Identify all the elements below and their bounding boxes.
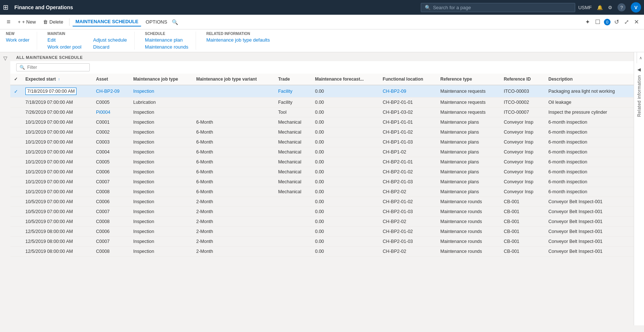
cell-reference-type: Maintenance rounds <box>437 247 500 257</box>
col-reference-type[interactable]: Reference type <box>437 74 500 85</box>
close-icon[interactable]: ✕ <box>633 17 640 27</box>
row-checkbox[interactable]: ✓ <box>10 85 22 98</box>
col-trade[interactable]: Trade <box>274 74 311 85</box>
cell-reference-type: Maintenance rounds <box>437 237 500 247</box>
search-bar[interactable]: 🔍 <box>421 3 575 12</box>
col-description[interactable]: Description <box>545 74 634 85</box>
hamburger-menu[interactable]: ≡ <box>4 17 14 27</box>
grid-icon[interactable]: ⊞ <box>3 3 8 11</box>
col-asset[interactable]: Asset <box>92 74 129 85</box>
collapse-arrow[interactable]: ∧ <box>637 52 644 63</box>
right-panel[interactable]: ◀ Related information <box>634 52 644 325</box>
col-reference-id[interactable]: Reference ID <box>500 74 545 85</box>
cell-functional-location: CH-BP2-01-01 <box>379 98 437 107</box>
table-row[interactable]: 10/1/2019 07:00:00 AMC0008Inspection6-Mo… <box>10 187 634 197</box>
row-checkbox[interactable] <box>10 127 22 137</box>
cell-description: Inspect the pressure cylinder <box>545 107 634 117</box>
col-expected-start-label: Expected start <box>25 77 56 82</box>
table-row[interactable]: 10/5/2019 07:00:00 AMC0006Inspection2-Mo… <box>10 197 634 207</box>
cell-maintenance-job-type[interactable]: Inspection <box>129 85 192 98</box>
col-functional-location[interactable]: Functional location <box>379 74 437 85</box>
ribbon-item-maintenance-rounds[interactable]: Maintenance rounds <box>145 44 188 50</box>
filter-input-wrapper[interactable]: 🔍 <box>16 63 90 71</box>
table-row[interactable]: 10/1/2019 07:00:00 AMC0002Inspection6-Mo… <box>10 127 634 137</box>
refresh-icon[interactable]: ↺ <box>613 17 620 27</box>
cell-reference-type: Maintenance plans <box>437 177 500 187</box>
table-row[interactable]: ✓7/18/2019 07:00:00 AMCH-BP2-09Inspectio… <box>10 85 634 98</box>
row-checkbox[interactable] <box>10 237 22 247</box>
ribbon-item-maintenance-plan[interactable]: Maintenance plan <box>145 37 188 43</box>
data-table-wrapper[interactable]: ✓ Expected start ↑ Asset Maintenance job… <box>10 74 634 325</box>
row-checkbox[interactable] <box>10 147 22 157</box>
cell-expected-start: 7/18/2019 07:00:00 AM <box>22 85 92 98</box>
col-maintenance-job-type-variant[interactable]: Maintenance job type variant <box>192 74 274 85</box>
row-checkbox[interactable] <box>10 157 22 167</box>
cell-asset[interactable]: CH-BP2-09 <box>92 85 129 98</box>
filter-input[interactable] <box>27 65 86 70</box>
badge-icon[interactable]: 0 <box>604 19 611 25</box>
cell-trade[interactable]: Facility <box>274 85 311 98</box>
delete-button[interactable]: 🗑 Delete <box>40 18 66 26</box>
table-row[interactable]: 10/1/2019 07:00:00 AMC0007Inspection6-Mo… <box>10 177 634 187</box>
settings-icon[interactable]: ⚙ <box>608 5 612 10</box>
table-row[interactable]: 10/5/2019 07:00:00 AMC0007Inspection2-Mo… <box>10 207 634 217</box>
col-maintenance-job-type[interactable]: Maintenance job type <box>129 74 192 85</box>
check-all-icon: ✓ <box>14 77 18 82</box>
filter-toggle[interactable]: ▽ <box>0 55 10 61</box>
avatar[interactable]: V <box>631 2 641 13</box>
row-checkbox[interactable] <box>10 197 22 207</box>
cell-reference-type: Maintenance plans <box>437 167 500 177</box>
search-input[interactable] <box>433 5 571 10</box>
cell-job-type-variant: 2-Month <box>192 237 274 247</box>
table-row[interactable]: 10/1/2019 07:00:00 AMC0006Inspection6-Mo… <box>10 167 634 177</box>
cell-functional-location[interactable]: CH-BP2-09 <box>379 85 437 98</box>
table-row[interactable]: 7/18/2019 07:00:00 AMC0005LubricationFac… <box>10 98 634 107</box>
cell-reference-id: CB-001 <box>500 247 545 257</box>
cell-reference-type: Maintenance requests <box>437 98 500 107</box>
star-icon[interactable]: ✦ <box>584 17 591 27</box>
ribbon-item-work-order[interactable]: Work order <box>6 37 29 43</box>
table-row[interactable]: 12/5/2019 08:00:00 AMC0007Inspection2-Mo… <box>10 237 634 247</box>
tab-search-icon[interactable]: 🔍 <box>172 19 178 25</box>
table-row[interactable]: 10/1/2019 07:00:00 AMC0005Inspection6-Mo… <box>10 157 634 167</box>
ribbon-item-job-type-defaults[interactable]: Maintenance job type defaults <box>206 37 270 43</box>
col-expected-start[interactable]: Expected start ↑ <box>22 74 92 85</box>
row-checkbox[interactable] <box>10 167 22 177</box>
row-checkbox[interactable] <box>10 137 22 147</box>
table-row[interactable]: 12/5/2019 08:00:00 AMC0008Inspection2-Mo… <box>10 247 634 257</box>
row-checkbox[interactable] <box>10 187 22 197</box>
new-button[interactable]: + + New <box>15 18 39 26</box>
cell-functional-location: CH-BP2-01-03 <box>379 237 437 247</box>
row-checkbox[interactable] <box>10 227 22 237</box>
table-row[interactable]: 10/1/2019 07:00:00 AMC0001Inspection6-Mo… <box>10 117 634 127</box>
ribbon-item-adjust-schedule[interactable]: Adjust schedule <box>93 37 127 43</box>
cell-reference-type: Maintenance rounds <box>437 217 500 227</box>
tab-options[interactable]: OPTIONS <box>143 18 170 26</box>
row-checkbox[interactable] <box>10 107 22 117</box>
help-icon[interactable]: ? <box>618 3 626 11</box>
window-icon[interactable]: ☐ <box>594 17 602 27</box>
ribbon-group-new-title: NEW <box>6 32 29 36</box>
row-checkbox[interactable] <box>10 217 22 227</box>
table-row[interactable]: 12/5/2019 08:00:00 AMC0006Inspection2-Mo… <box>10 227 634 237</box>
table-row[interactable]: 10/5/2019 07:00:00 AMC0008Inspection2-Mo… <box>10 217 634 227</box>
row-checkbox[interactable] <box>10 177 22 187</box>
col-maintenance-forecast[interactable]: Maintenance forecast... <box>311 74 379 85</box>
col-checkbox[interactable]: ✓ <box>10 74 22 85</box>
sort-icon: ↑ <box>58 77 60 81</box>
row-checkbox[interactable] <box>10 98 22 107</box>
ribbon-item-work-order-pool[interactable]: Work order pool <box>47 44 81 50</box>
cell-expected-start: 10/1/2019 07:00:00 AM <box>22 117 92 127</box>
row-checkbox[interactable] <box>10 247 22 257</box>
expand-icon[interactable]: ⤢ <box>623 17 630 27</box>
bell-icon[interactable]: 🔔 <box>597 5 603 10</box>
ribbon-item-discard[interactable]: Discard <box>93 44 127 50</box>
table-row[interactable]: 7/26/2019 07:00:00 AMPi0004InspectionToo… <box>10 107 634 117</box>
tab-maintenance-schedule[interactable]: MAINTENANCE SCHEDULE <box>72 17 141 27</box>
ribbon-item-edit[interactable]: Edit <box>47 37 81 43</box>
table-row[interactable]: 10/1/2019 07:00:00 AMC0004Inspection6-Mo… <box>10 147 634 157</box>
cell-asset[interactable]: Pi0004 <box>92 107 129 117</box>
row-checkbox[interactable] <box>10 207 22 217</box>
table-row[interactable]: 10/1/2019 07:00:00 AMC0003Inspection6-Mo… <box>10 137 634 147</box>
row-checkbox[interactable] <box>10 117 22 127</box>
